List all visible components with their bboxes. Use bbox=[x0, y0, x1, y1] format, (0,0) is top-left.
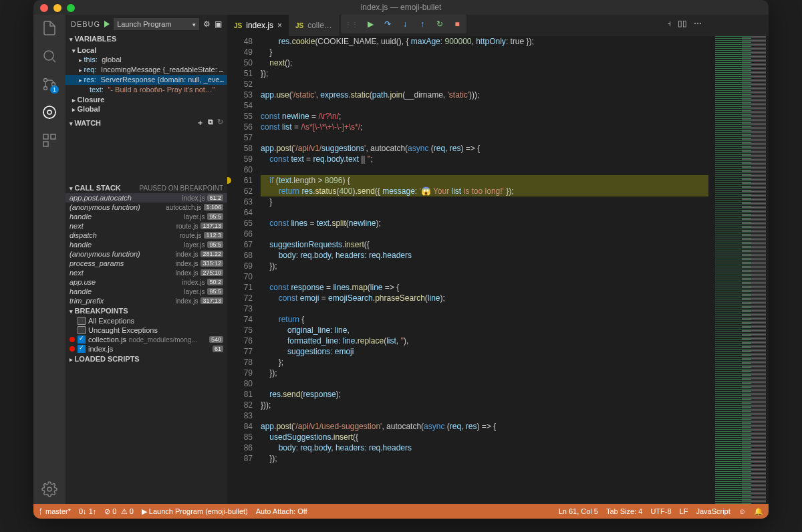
stack-frame[interactable]: process_paramsindex.js335:12 bbox=[65, 259, 227, 268]
step-into-button[interactable]: ↓ bbox=[400, 19, 410, 29]
status-bar: ᚶ master* 0↓ 1↑ ⊘ 0 ⚠ 0 ▶ Launch Program… bbox=[33, 504, 769, 519]
svg-rect-7 bbox=[51, 134, 55, 139]
variable-row[interactable]: res: ServerResponse {domain: null, _eve… bbox=[65, 75, 227, 85]
debug-config-dropdown[interactable]: Launch Program bbox=[114, 18, 199, 30]
breakpoint-dot-icon bbox=[70, 337, 75, 342]
close-tab-icon[interactable]: × bbox=[277, 21, 282, 30]
branch-status[interactable]: ᚶ master* bbox=[39, 507, 71, 515]
stop-button[interactable]: ■ bbox=[452, 19, 462, 29]
js-file-icon: JS bbox=[295, 22, 303, 29]
refresh-watch-icon[interactable]: ↻ bbox=[217, 118, 223, 128]
explorer-icon[interactable] bbox=[41, 20, 57, 36]
svg-point-5 bbox=[47, 110, 51, 114]
checkbox[interactable] bbox=[78, 317, 86, 325]
editor-tab[interactable]: JScolle… bbox=[289, 15, 339, 36]
breakpoints-header[interactable]: BREAKPOINTS bbox=[65, 305, 227, 316]
encoding[interactable]: UTF-8 bbox=[650, 507, 671, 515]
minimize-window-button[interactable] bbox=[53, 4, 61, 12]
cursor-position[interactable]: Ln 61, Col 5 bbox=[559, 507, 598, 515]
problems-status[interactable]: ⊘ 0 ⚠ 0 bbox=[104, 507, 133, 516]
tab-size[interactable]: Tab Size: 4 bbox=[606, 507, 642, 515]
variable-row[interactable]: req: IncomingMessage {_readableState: R… bbox=[65, 65, 227, 75]
stack-frame[interactable]: trim_prefixindex.js317:13 bbox=[65, 296, 227, 305]
js-file-icon: JS bbox=[234, 22, 242, 29]
step-over-button[interactable]: ↷ bbox=[382, 19, 393, 29]
language-mode[interactable]: JavaScript bbox=[696, 507, 730, 515]
source-control-icon[interactable]: 1 bbox=[41, 76, 57, 92]
step-out-button[interactable]: ↑ bbox=[417, 19, 428, 29]
checkbox[interactable] bbox=[78, 345, 86, 353]
stack-frame[interactable]: (anonymous function)index.js281:22 bbox=[65, 249, 227, 259]
debug-toolbar[interactable]: ⋮⋮ ▶ ↷ ↓ ↑ ↻ ■ bbox=[341, 15, 466, 33]
uncaught-exceptions-row[interactable]: Uncaught Exceptions bbox=[65, 325, 227, 335]
stack-frame[interactable]: dispatchroute.js112:3 bbox=[65, 231, 227, 240]
stack-frame[interactable]: app.useindex.js50:2 bbox=[65, 277, 227, 287]
variable-row[interactable]: text: "- Build a robot\n- Pray it's not…… bbox=[65, 85, 227, 95]
notifications-icon[interactable]: 🔔 bbox=[754, 507, 763, 516]
search-icon[interactable] bbox=[41, 48, 57, 64]
feedback-icon[interactable]: ☺ bbox=[739, 507, 746, 515]
minimap[interactable] bbox=[708, 36, 769, 504]
debug-console-icon[interactable]: ▣ bbox=[215, 19, 222, 29]
watch-body bbox=[65, 129, 227, 182]
checkbox[interactable] bbox=[78, 326, 86, 334]
local-scope[interactable]: Local bbox=[65, 45, 227, 55]
launch-status[interactable]: ▶ Launch Program (emoji-bullet) bbox=[142, 507, 248, 516]
eol[interactable]: LF bbox=[680, 507, 688, 515]
continue-button[interactable]: ▶ bbox=[365, 19, 376, 29]
stack-frame[interactable]: nextindex.js275:10 bbox=[65, 268, 227, 277]
breakpoint-dot-icon bbox=[70, 346, 75, 352]
debug-sidebar: DEBUG Launch Program ⚙ ▣ VARIABLES Local… bbox=[65, 15, 227, 504]
callstack-header[interactable]: CALL STACKPAUSED ON BREAKPOINT bbox=[65, 182, 227, 193]
breakpoint-marker-icon[interactable] bbox=[227, 177, 231, 184]
svg-rect-8 bbox=[43, 142, 48, 146]
breakpoint-row[interactable]: collection.jsnode_modules/mong…540 bbox=[65, 335, 227, 344]
close-window-button[interactable] bbox=[40, 4, 48, 12]
window-title: index.js — emoji-bullet bbox=[361, 3, 442, 12]
code-area[interactable]: res.cookie(COOKIE_NAME, uuid(), { maxAge… bbox=[261, 36, 708, 504]
stack-frame[interactable]: app.post.autocatchindex.js61:2 bbox=[65, 193, 227, 203]
svg-point-2 bbox=[44, 87, 47, 90]
stack-frame[interactable]: nextroute.js137:13 bbox=[65, 221, 227, 231]
open-changes-icon[interactable]: ⫞ bbox=[667, 19, 671, 28]
svg-point-1 bbox=[44, 79, 47, 82]
stack-frame[interactable]: handlelayer.js95:5 bbox=[65, 287, 227, 296]
toolbar-grip-icon[interactable]: ⋮⋮ bbox=[345, 21, 358, 28]
auto-attach-status[interactable]: Auto Attach: Off bbox=[256, 507, 307, 515]
svg-rect-6 bbox=[43, 134, 48, 139]
restart-button[interactable]: ↻ bbox=[434, 19, 445, 29]
closure-scope[interactable]: Closure bbox=[65, 95, 227, 104]
loaded-scripts-header[interactable]: LOADED SCRIPTS bbox=[65, 354, 227, 364]
stack-frame[interactable]: (anonymous function)autocatch.js1:106 bbox=[65, 203, 227, 212]
editor-tab[interactable]: JSindex.js× bbox=[227, 15, 289, 36]
extensions-icon[interactable] bbox=[41, 132, 57, 148]
start-debug-button[interactable] bbox=[104, 21, 110, 27]
editor: JSindex.js×JScolle… ⋮⋮ ▶ ↷ ↓ ↑ ↻ ■ ⫞ ▯▯ … bbox=[227, 15, 769, 504]
titlebar: index.js — emoji-bullet bbox=[33, 0, 769, 15]
watch-header[interactable]: WATCH ＋⧉↻ bbox=[65, 116, 227, 129]
split-editor-icon[interactable]: ▯▯ bbox=[678, 19, 687, 28]
debug-settings-icon[interactable]: ⚙ bbox=[203, 19, 211, 29]
more-actions-icon[interactable]: ⋯ bbox=[694, 19, 702, 28]
sync-status[interactable]: 0↓ 1↑ bbox=[79, 507, 96, 515]
global-scope[interactable]: Global bbox=[65, 104, 227, 114]
collapse-watch-icon[interactable]: ⧉ bbox=[208, 118, 213, 128]
stack-frame[interactable]: handlelayer.js95:5 bbox=[65, 212, 227, 221]
add-watch-icon[interactable]: ＋ bbox=[196, 118, 204, 128]
variables-header[interactable]: VARIABLES bbox=[65, 33, 227, 44]
activity-bar: 1 bbox=[33, 15, 65, 504]
debug-icon[interactable] bbox=[41, 104, 57, 120]
zoom-window-button[interactable] bbox=[67, 4, 75, 12]
app-window: index.js — emoji-bullet 1 DEBUG Launch P… bbox=[33, 0, 769, 519]
svg-point-9 bbox=[47, 487, 51, 491]
line-gutter[interactable]: 4849505152535455565758596061626364656667… bbox=[227, 36, 261, 504]
variable-row[interactable]: this: global bbox=[65, 55, 227, 65]
scm-badge: 1 bbox=[50, 86, 59, 94]
all-exceptions-row[interactable]: All Exceptions bbox=[65, 316, 227, 325]
checkbox[interactable] bbox=[78, 336, 86, 344]
breakpoint-row[interactable]: index.js61 bbox=[65, 344, 227, 354]
svg-point-0 bbox=[44, 51, 53, 60]
stack-frame[interactable]: handlelayer.js95:5 bbox=[65, 240, 227, 249]
debug-label: DEBUG bbox=[71, 20, 100, 28]
settings-icon[interactable] bbox=[41, 481, 57, 497]
